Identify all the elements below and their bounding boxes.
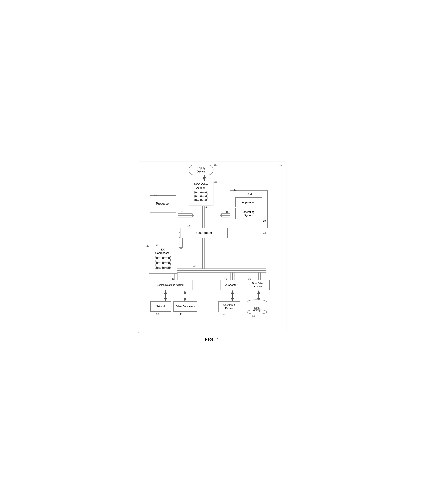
ref-noc-video: 26: [214, 181, 217, 184]
disk-drive-adapter-label: Disk Drive Adapter: [252, 282, 263, 288]
ref-comm: 46: [172, 277, 174, 280]
data-storage-box: Data Storage: [246, 299, 267, 314]
noc-coprocessor-box: NOC Coprocessor: [149, 246, 177, 274]
other-computers-label: Other Computers: [176, 305, 195, 308]
page-wrapper: 10: [138, 162, 287, 343]
network-label: Network: [156, 305, 166, 308]
application-label: Application: [242, 200, 255, 204]
noc-video-grid: [194, 191, 208, 201]
os-box: Operating System: [235, 208, 262, 219]
svg-point-47: [200, 191, 202, 193]
ref-io: 42: [224, 277, 227, 280]
bus-adapter-box: Bus Adapter: [180, 228, 228, 238]
ref-18: 18: [187, 224, 190, 227]
svg-marker-12: [192, 212, 194, 218]
ram-box: RAM Application 20 Operating System 22: [230, 190, 268, 228]
ref-network: 50: [156, 313, 159, 316]
ref-16: 16: [226, 211, 229, 213]
ref-display-device: 30: [214, 164, 217, 166]
communications-adapter-label: Communications Adapter: [157, 283, 184, 287]
ref-32: 32: [205, 205, 207, 208]
processor-label: Processor: [156, 202, 170, 206]
ref-noc-coprocessor: 28: [147, 244, 149, 247]
ref-user: 44: [223, 313, 226, 316]
ref-data-storage: 24: [252, 315, 255, 317]
svg-text:Data: Data: [254, 306, 260, 309]
svg-point-48: [205, 191, 207, 193]
noc-video-adapter-label: NOC Video Adapter: [194, 183, 208, 189]
ref-34: 34: [181, 210, 183, 213]
disk-drive-adapter-box: Disk Drive Adapter: [246, 280, 270, 290]
application-box: Application: [235, 197, 262, 207]
ref-application: 20: [263, 220, 266, 223]
processor-box: Processor: [150, 195, 176, 212]
diagram-container: 10: [138, 162, 287, 333]
svg-point-50: [200, 195, 202, 197]
network-box: Network: [150, 301, 171, 312]
ref-os: 22: [263, 231, 266, 235]
diagram-ref: 10: [279, 163, 283, 166]
svg-marker-16: [220, 212, 222, 218]
svg-point-73: [168, 262, 170, 264]
svg-text:Storage: Storage: [252, 309, 261, 312]
io-adapter-label: I/o Adapter: [224, 283, 237, 287]
svg-point-46: [195, 191, 197, 193]
ref-other: 48: [180, 313, 182, 316]
ref-disk: 38: [248, 277, 251, 280]
noc-video-adapter-box: NOC Video Adapter: [189, 181, 213, 205]
user-input-device-box: User Input Device: [218, 301, 240, 312]
noc-coprocessor-grid: [155, 256, 171, 269]
other-computers-box: Other Computers: [173, 301, 197, 312]
ram-label: RAM: [245, 192, 252, 196]
noc-coprocessor-label: NOC Coprocessor: [155, 248, 170, 255]
data-storage-svg: Data Storage: [246, 299, 267, 314]
svg-point-69: [162, 257, 164, 259]
ref-ram: 14: [234, 189, 237, 191]
fig-label: FIG. 1: [138, 337, 287, 343]
svg-point-49: [195, 195, 197, 197]
ref-40: 40: [193, 265, 196, 268]
ref-36: 36: [156, 244, 158, 247]
display-device-box: Display Device: [189, 165, 213, 175]
svg-point-70: [168, 257, 170, 259]
display-device-label: Display Device: [197, 166, 206, 173]
io-adapter-box: I/o Adapter: [220, 280, 242, 290]
svg-point-71: [156, 262, 158, 264]
os-label: Operating System: [243, 210, 254, 217]
svg-point-68: [156, 257, 158, 259]
bus-adapter-label: Bus Adapter: [195, 231, 212, 235]
svg-marker-23: [178, 247, 183, 249]
svg-point-72: [162, 262, 164, 264]
svg-point-51: [205, 195, 207, 197]
communications-adapter-box: Communications Adapter: [149, 280, 193, 290]
ref-processor: 12: [154, 193, 157, 196]
user-input-device-label: User Input Device: [223, 304, 235, 310]
